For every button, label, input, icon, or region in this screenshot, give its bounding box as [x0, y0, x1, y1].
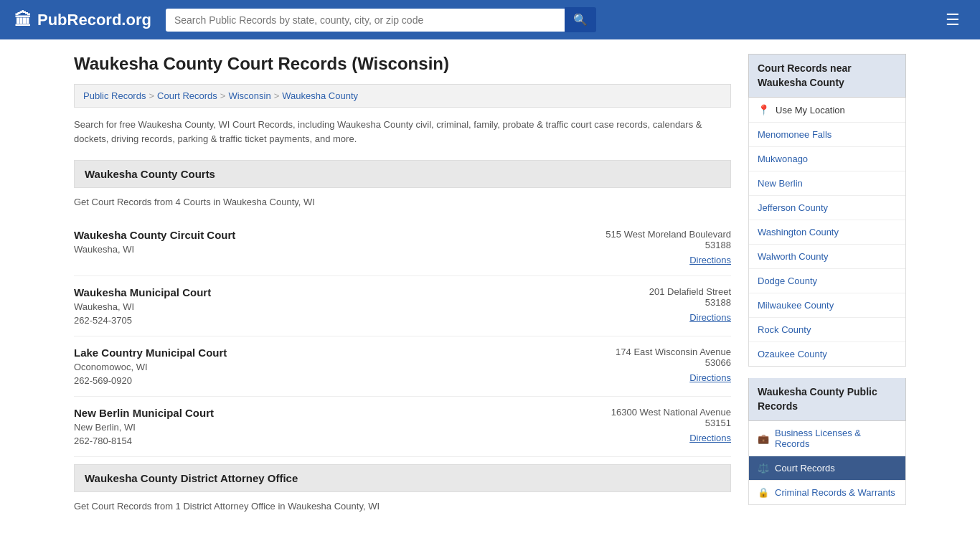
- court-entry-circuit: Waukesha County Circuit Court Waukesha, …: [74, 219, 731, 276]
- sidebar-item-walworth-county[interactable]: Walworth County: [749, 245, 905, 269]
- site-header: 🏛 PubRecord.org 🔍 ☰: [0, 0, 980, 39]
- search-input[interactable]: [166, 9, 565, 32]
- court-location-new-berlin: New Berlin, WI: [74, 422, 214, 433]
- court-addr1-municipal: 201 Delafield Street: [649, 286, 731, 297]
- business-licenses-label: Business Licenses & Records: [775, 428, 897, 449]
- court-address-municipal: 201 Delafield Street 53188 Directions: [588, 286, 731, 323]
- sidebar: Court Records nearWaukesha County 📍 Use …: [748, 54, 906, 523]
- directions-link-circuit[interactable]: Directions: [588, 255, 731, 265]
- search-bar: 🔍: [166, 7, 596, 32]
- courts-section-header: Waukesha County Courts: [74, 160, 731, 188]
- sidebar-nearby-title: Court Records nearWaukesha County: [748, 54, 906, 98]
- court-phone-municipal: 262-524-3705: [74, 315, 211, 326]
- court-phone-lake-country: 262-569-0920: [74, 375, 227, 386]
- sidebar-item-new-berlin[interactable]: New Berlin: [749, 171, 905, 196]
- sidebar-nearby-list: 📍 Use My Location Menomonee Falls Mukwon…: [748, 98, 906, 367]
- sidebar-public-records-list: Business Licenses & Records Court Record…: [748, 421, 906, 505]
- court-entry-new-berlin: New Berlin Municipal Court New Berlin, W…: [74, 397, 731, 457]
- page-title: Waukesha County Court Records (Wisconsin…: [74, 54, 731, 74]
- scales-icon: [758, 463, 769, 474]
- sidebar-item-use-location[interactable]: 📍 Use My Location: [749, 98, 905, 123]
- court-location-lake-country: Oconomowoc, WI: [74, 362, 227, 372]
- court-addr2-municipal: 53188: [705, 297, 731, 308]
- court-addr1-new-berlin: 16300 West National Avenue: [611, 407, 731, 418]
- court-address-lake-country: 174 East Wisconsin Avenue 53066 Directio…: [588, 347, 731, 383]
- court-name-municipal: Waukesha Municipal Court: [74, 286, 211, 298]
- breadcrumb-wisconsin[interactable]: Wisconsin: [228, 90, 270, 101]
- da-section: Waukesha County District Attorney Office…: [74, 464, 731, 512]
- sidebar-item-menomonee-falls[interactable]: Menomonee Falls: [749, 123, 905, 147]
- court-addr2-new-berlin: 53151: [705, 418, 731, 428]
- sidebar-item-rock-county[interactable]: Rock County: [749, 318, 905, 342]
- directions-link-municipal[interactable]: Directions: [588, 312, 731, 323]
- breadcrumb-sep-3: >: [274, 90, 280, 101]
- sidebar-item-milwaukee-county[interactable]: Milwaukee County: [749, 293, 905, 318]
- sidebar-item-mukwonago[interactable]: Mukwonago: [749, 147, 905, 171]
- search-button[interactable]: 🔍: [565, 7, 596, 32]
- search-icon: 🔍: [573, 14, 588, 26]
- court-name-circuit: Waukesha County Circuit Court: [74, 229, 235, 241]
- court-location-municipal: Waukesha, WI: [74, 301, 211, 312]
- site-logo[interactable]: 🏛 PubRecord.org: [14, 10, 151, 30]
- menu-button[interactable]: ☰: [940, 8, 966, 32]
- breadcrumb-waukesha-county[interactable]: Waukesha County: [282, 90, 358, 101]
- sidebar-item-jefferson-county[interactable]: Jefferson County: [749, 196, 905, 220]
- court-info-municipal: Waukesha Municipal Court Waukesha, WI 26…: [74, 286, 211, 326]
- court-location-circuit: Waukesha, WI: [74, 244, 235, 255]
- court-name-lake-country: Lake Country Municipal Court: [74, 347, 227, 359]
- court-phone-new-berlin: 262-780-8154: [74, 435, 214, 446]
- sidebar-item-dodge-county[interactable]: Dodge County: [749, 269, 905, 293]
- sidebar-item-ozaukee-county[interactable]: Ozaukee County: [749, 342, 905, 366]
- court-name-new-berlin: New Berlin Municipal Court: [74, 407, 214, 419]
- courts-section-subtext: Get Court Records from 4 Courts in Wauke…: [74, 197, 731, 207]
- court-addr1-circuit: 515 West Moreland Boulevard: [606, 229, 731, 240]
- use-location-label: Use My Location: [776, 105, 845, 116]
- sidebar-public-records-title: Waukesha County PublicRecords: [748, 378, 906, 421]
- directions-link-new-berlin[interactable]: Directions: [588, 433, 731, 443]
- court-address-circuit: 515 West Moreland Boulevard 53188 Direct…: [588, 229, 731, 265]
- sidebar-item-criminal-records[interactable]: Criminal Records & Warrants: [749, 481, 905, 504]
- use-location-link[interactable]: 📍 Use My Location: [749, 98, 905, 122]
- briefcase-icon: [758, 433, 769, 444]
- court-records-label: Court Records: [775, 463, 835, 474]
- main-container: Waukesha County Court Records (Wisconsin…: [60, 39, 920, 537]
- breadcrumb-public-records[interactable]: Public Records: [83, 90, 146, 101]
- da-section-header: Waukesha County District Attorney Office: [74, 464, 731, 492]
- criminal-records-label: Criminal Records & Warrants: [775, 487, 895, 498]
- location-icon: 📍: [758, 104, 770, 116]
- court-info-new-berlin: New Berlin Municipal Court New Berlin, W…: [74, 407, 214, 446]
- menu-icon: ☰: [946, 11, 960, 29]
- directions-link-lake-country[interactable]: Directions: [588, 372, 731, 383]
- logo-icon: 🏛: [14, 10, 32, 30]
- court-address-new-berlin: 16300 West National Avenue 53151 Directi…: [588, 407, 731, 443]
- court-entry-municipal: Waukesha Municipal Court Waukesha, WI 26…: [74, 276, 731, 336]
- logo-text: PubRecord.org: [37, 11, 151, 29]
- shield-icon: [758, 487, 769, 498]
- sidebar-item-court-records[interactable]: Court Records: [749, 456, 905, 481]
- court-entry-lake-country: Lake Country Municipal Court Oconomowoc,…: [74, 336, 731, 397]
- da-section-subtext: Get Court Records from 1 District Attorn…: [74, 501, 731, 512]
- breadcrumb-sep-1: >: [149, 90, 154, 101]
- court-info-lake-country: Lake Country Municipal Court Oconomowoc,…: [74, 347, 227, 386]
- court-addr1-lake-country: 174 East Wisconsin Avenue: [616, 347, 731, 357]
- breadcrumb-court-records[interactable]: Court Records: [157, 90, 217, 101]
- court-addr2-lake-country: 53066: [705, 357, 731, 368]
- breadcrumb: Public Records > Court Records > Wiscons…: [74, 84, 731, 108]
- court-addr2-circuit: 53188: [705, 240, 731, 250]
- content-area: Waukesha County Court Records (Wisconsin…: [74, 54, 731, 523]
- court-info-circuit: Waukesha County Circuit Court Waukesha, …: [74, 229, 235, 258]
- sidebar-item-washington-county[interactable]: Washington County: [749, 220, 905, 245]
- sidebar-item-business-licenses[interactable]: Business Licenses & Records: [749, 421, 905, 456]
- page-description: Search for free Waukesha County, WI Cour…: [74, 118, 731, 146]
- breadcrumb-sep-2: >: [220, 90, 226, 101]
